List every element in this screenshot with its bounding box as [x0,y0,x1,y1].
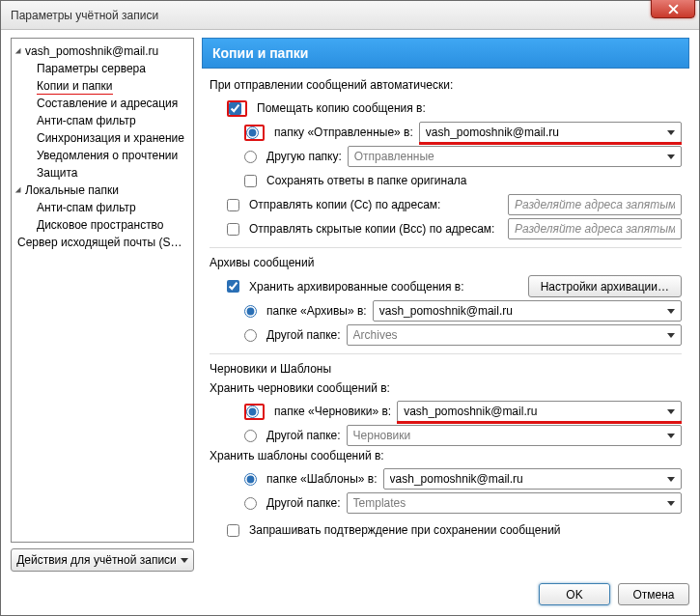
highlight-underline [397,421,682,424]
templates-account-combo[interactable]: vash_pomoshnik@mail.ru [383,468,682,490]
dropdown-icon [181,558,188,563]
cc-checkbox[interactable] [227,199,239,211]
confirm-save-checkbox[interactable] [227,524,239,537]
drafts-other-label: Другой папке: [266,429,341,442]
archive-other-value: Archives [353,328,667,342]
sent-account-value: vash_pomoshnik@mail.ru [426,126,667,139]
close-button[interactable] [651,0,695,18]
panel-title: Копии и папки [202,38,689,69]
dropdown-icon [667,130,675,135]
sent-other-radio[interactable] [244,151,257,163]
templates-folder-radio[interactable] [244,473,257,486]
highlight-box [244,125,265,141]
bcc-label: Отправлять скрытые копии (Bcc) по адреса… [249,222,494,236]
row-keep-archives: Хранить архивированные сообщения в: Наст… [210,275,682,297]
tree-item-smtp[interactable]: Сервер исходящей почты (S… [12,234,193,251]
archive-folder-radio[interactable] [244,305,257,318]
sent-folder-label: папку «Отправленные» в: [274,126,413,139]
templates-header: Хранить шаблоны сообщений в: [210,449,682,462]
keep-archives-label: Хранить архивированные сообщения в: [249,280,464,294]
ok-button[interactable]: OK [539,583,610,605]
templates-other-label: Другой папке: [266,496,341,510]
tree-item-local-disk[interactable]: Дисковое пространство [12,216,193,234]
row-templates-other: Другой папке: Templates [210,492,682,514]
row-drafts-other: Другой папке: Черновики [210,425,682,446]
sent-folder-radio[interactable] [246,126,259,139]
highlight-box [227,100,247,117]
bcc-input[interactable] [508,218,682,239]
account-actions-button[interactable]: Действия для учётной записи [11,548,194,572]
drafts-other-combo[interactable]: Черновики [347,425,682,446]
drafts-templates-header: Черновики и Шаблоны [210,362,682,376]
row-templates-folder: папке «Шаблоны» в: vash_pomoshnik@mail.r… [210,468,682,490]
highlight-box [244,404,265,420]
dropdown-icon [667,477,675,482]
tree-item-receipts[interactable]: Уведомления о прочтении [12,147,193,164]
archive-settings-button[interactable]: Настройки архивации… [528,275,682,297]
sending-header: При отправлении сообщений автоматически: [210,78,682,92]
sent-other-label: Другую папку: [266,150,342,163]
archives-header: Архивы сообщений [210,256,682,269]
dropdown-icon [667,434,675,438]
dialog-footer: OK Отмена [11,577,689,605]
account-tree[interactable]: vash_pomoshnik@mail.ru Параметры сервера… [11,38,194,543]
templates-folder-label: папке «Шаблоны» в: [266,472,378,486]
tree-item-security[interactable]: Защита [12,164,193,182]
sent-other-combo[interactable]: Отправленные [348,146,682,167]
place-copy-checkbox[interactable] [229,102,241,115]
dropdown-icon [667,501,675,506]
drafts-header: Хранить черновики сообщений в: [210,381,682,395]
sidebar: vash_pomoshnik@mail.ru Параметры сервера… [11,38,194,572]
templates-other-combo[interactable]: Templates [347,492,682,514]
window-title: Параметры учётной записи [11,9,158,22]
row-sent-folder: папку «Отправленные» в: vash_pomoshnik@m… [210,122,682,143]
row-archive-other: Другой папке: Archives [210,324,682,346]
expand-icon [15,187,23,195]
keep-archives-checkbox[interactable] [227,280,239,293]
expand-icon [15,48,23,56]
close-icon [668,4,679,14]
cc-input[interactable] [508,194,682,215]
row-cc: Отправлять копии (Cc) по адресам: [210,194,682,215]
archive-other-radio[interactable] [244,329,257,342]
row-sent-other: Другую папку: Отправленные [210,146,682,167]
settings-panel: Копии и папки При отправлении сообщений … [202,38,689,572]
row-save-replies: Сохранять ответы в папке оригинала [210,170,682,191]
archive-other-label: Другой папке: [266,328,341,342]
dropdown-icon [667,309,675,314]
dropdown-icon [667,333,675,338]
tree-account-header[interactable]: vash_pomoshnik@mail.ru [12,42,193,60]
tree-account-label: vash_pomoshnik@mail.ru [25,44,158,58]
save-replies-checkbox[interactable] [244,175,257,187]
tree-item-sync[interactable]: Синхронизация и хранение [12,129,193,147]
tree-item-local-antispam[interactable]: Анти-спам фильтр [12,199,193,216]
archive-other-combo[interactable]: Archives [347,324,682,346]
archive-account-combo[interactable]: vash_pomoshnik@mail.ru [373,300,682,322]
tree-local-header[interactable]: Локальные папки [12,182,193,199]
dialog-window: Параметры учётной записи vash_pomoshnik@… [0,0,700,616]
confirm-save-label: Запрашивать подтверждение при сохранении… [249,523,561,537]
drafts-other-radio[interactable] [244,430,257,442]
row-place-copy: Помещать копию сообщения в: [210,98,682,119]
tree-item-server[interactable]: Параметры сервера [12,60,193,77]
drafts-folder-label: папке «Черновики» в: [274,405,391,418]
main-row: vash_pomoshnik@mail.ru Параметры сервера… [11,38,689,572]
dropdown-icon [667,409,675,414]
templates-other-radio[interactable] [244,497,257,510]
separator [210,353,682,354]
bcc-checkbox[interactable] [227,223,239,236]
dropdown-icon [667,154,675,159]
panel-body: При отправлении сообщений автоматически:… [202,69,689,572]
drafts-folder-radio[interactable] [246,406,259,418]
row-confirm-save: Запрашивать подтверждение при сохранении… [210,519,682,541]
tree-item-compose[interactable]: Составление и адресация [12,95,193,112]
sent-account-combo[interactable]: vash_pomoshnik@mail.ru [419,122,682,143]
cancel-button[interactable]: Отмена [618,583,689,605]
drafts-account-combo[interactable]: vash_pomoshnik@mail.ru [397,401,682,422]
templates-other-value: Templates [353,496,667,510]
tree-item-antispam[interactable]: Анти-спам фильтр [12,112,193,129]
place-copy-label: Помещать копию сообщения в: [257,101,426,115]
templates-account-value: vash_pomoshnik@mail.ru [390,472,667,486]
tree-item-copies[interactable]: Копии и папки [12,77,193,95]
cc-label: Отправлять копии (Cc) по адресам: [249,198,440,211]
